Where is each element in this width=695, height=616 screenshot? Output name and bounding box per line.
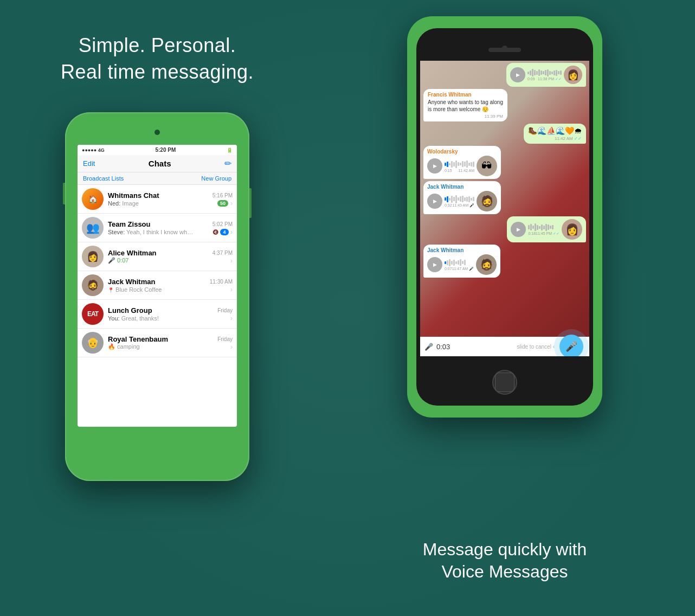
bottom-tagline-line1: Message quickly with: [423, 540, 587, 559]
chat-time: 5:16 PM: [213, 193, 233, 198]
status-bar: ●●●●● 4G 5:20 PM 🔋: [78, 145, 237, 155]
waveform-container: 0:15 11:42 AM: [445, 160, 474, 172]
chats-title: Chats: [149, 159, 171, 168]
play-button[interactable]: ▶: [427, 194, 442, 209]
chat-name: Team Zissou: [108, 220, 151, 228]
list-item[interactable]: EAT Lunch Group Friday You: Great, thank…: [78, 300, 237, 329]
chat-time: 5:02 PM: [213, 221, 233, 227]
chevron-icon: ›: [230, 257, 233, 265]
avatar: 🧔: [82, 274, 104, 296]
phone-right-inner: ▶: [416, 28, 593, 406]
chat-content: Whitmans Chat 5:16 PM Ned: Image 50 ›: [108, 191, 233, 207]
list-item[interactable]: 👥 Team Zissou 5:02 PM Steve: Yeah, I thi…: [78, 214, 237, 242]
new-group-link[interactable]: New Group: [201, 175, 231, 182]
list-item[interactable]: 👴 Royal Tenenbaum Friday 🔥 camping ›: [78, 329, 237, 357]
play-button[interactable]: ▶: [427, 158, 442, 174]
volume-button: [63, 183, 65, 204]
message-time: 11:39 PM: [428, 114, 503, 119]
unread-badge: 50: [217, 200, 228, 207]
play-button[interactable]: ▶: [510, 67, 525, 82]
chat-name: Royal Tenenbaum: [108, 335, 168, 343]
voice-content: ▶: [427, 191, 497, 211]
home-button-inner: [495, 373, 514, 392]
edit-button[interactable]: Edit: [83, 159, 95, 168]
chat-time: Friday: [217, 336, 233, 342]
message-row: Francis Whitman Anyone who wants to tag …: [423, 89, 586, 121]
avatar: 👴: [82, 332, 104, 354]
voice-timestamp: 11:45 PM ✓✓: [536, 232, 559, 236]
play-button[interactable]: ▶: [511, 222, 526, 237]
avatar: EAT: [82, 303, 104, 325]
message-time: 11:42 AM ✓✓: [528, 136, 582, 141]
tagline: Simple. Personal. Real time messaging.: [61, 33, 254, 85]
chevron-icon: ›: [230, 286, 233, 293]
record-button[interactable]: 🎤: [559, 335, 583, 356]
record-button-container[interactable]: 🎤: [558, 333, 585, 356]
chat-name: Whitmans Chat: [108, 191, 159, 200]
voice-time-row: 0:18 11:45 PM ✓✓: [528, 232, 559, 236]
chat-content: Alice Whitman 4:37 PM 🎤 0:07 ›: [108, 249, 233, 265]
chat-name: Lunch Group: [108, 306, 152, 315]
voice-message-outgoing[interactable]: ▶: [506, 63, 586, 87]
phone-left: ●●●●● 4G 5:20 PM 🔋 Edit Chats ✏ Broadcas…: [65, 112, 249, 481]
message-sender: Jack Whitman: [427, 247, 497, 253]
voice-time-row: 0:32 11:43 AM 🎤: [445, 203, 474, 208]
slide-to-cancel: slide to cancel ‹: [517, 344, 555, 350]
emoji-message-outgoing: 🥾🌊⛵🌊🧡🌧 11:42 AM ✓✓: [524, 124, 586, 144]
chats-header: Edit Chats ✏: [78, 155, 237, 172]
message-row: 🥾🌊⛵🌊🧡🌧 11:42 AM ✓✓: [423, 124, 586, 144]
emoji-content: 🥾🌊⛵🌊🧡🌧: [528, 126, 582, 135]
voice-duration: 0:09: [527, 77, 535, 81]
signal-indicator: ●●●●● 4G: [82, 147, 105, 153]
voice-timestamp: 11:42 AM: [458, 169, 474, 172]
avatar: 👩: [562, 219, 582, 240]
chat-content: Lunch Group Friday You: Great, thanks! ›: [108, 306, 233, 322]
play-button[interactable]: ▶: [427, 257, 442, 272]
chat-content: Team Zissou 5:02 PM Steve: Yeah, I think…: [108, 220, 233, 236]
compose-button[interactable]: ✏: [224, 158, 231, 169]
bottom-tagline-line2: Voice Messages: [441, 562, 568, 581]
chat-list: 🏠 Whitmans Chat 5:16 PM Ned: Image 50 ›: [78, 185, 237, 357]
message-sender: Francis Whitman: [428, 92, 503, 98]
chevron-icon: ›: [230, 343, 233, 351]
bottom-tagline: Message quickly with Voice Messages: [423, 538, 587, 583]
avatar: 🏠: [82, 188, 104, 210]
mute-icon: 🔇: [213, 229, 218, 235]
list-item[interactable]: 🏠 Whitmans Chat 5:16 PM Ned: Image 50 ›: [78, 185, 237, 214]
avatar: 👩: [564, 66, 582, 84]
recording-bar: 🎤 0:03 slide to cancel ‹ 🎤: [420, 337, 589, 356]
tagline-line2: Real time messaging.: [61, 61, 254, 83]
voice-duration: 0:32: [445, 203, 452, 208]
list-item[interactable]: 👩 Alice Whitman 4:37 PM 🎤 0:07 ›: [78, 242, 237, 271]
avatar: 👥: [82, 217, 104, 239]
battery-indicator: 🔋: [227, 147, 233, 153]
avatar: 🧔: [477, 191, 497, 211]
broadcast-lists-link[interactable]: Broadcast Lists: [83, 175, 124, 182]
voice-time-row: 0:15 11:42 AM: [445, 169, 474, 172]
home-button[interactable]: [492, 370, 517, 395]
waveform: [445, 160, 474, 169]
clock: 5:20 PM: [155, 147, 176, 153]
voice-message-incoming: Jack Whitman ▶: [423, 181, 501, 214]
list-item[interactable]: 🧔 Jack Whitman 11:30 AM 📍 Blue Rock Coff…: [78, 271, 237, 300]
power-button: [249, 188, 252, 218]
avatar: 👩: [82, 246, 104, 267]
tagline-line1: Simple. Personal.: [79, 34, 236, 56]
voice-duration: 0:18: [528, 232, 536, 236]
mic-icon: 🎤: [424, 343, 433, 351]
message-sender: Wolodarsky: [427, 149, 497, 155]
waveform-container: 0:32 11:43 AM 🎤: [445, 195, 474, 208]
chat-preview: Ned: Image: [108, 200, 139, 207]
chat-preview: Steve: Yeah, I think I know wha...: [108, 229, 195, 235]
chat-background: ▶: [420, 61, 589, 356]
camera-icon: [502, 46, 507, 51]
chat-time: Friday: [217, 307, 233, 313]
chevron-icon: ›: [230, 200, 233, 207]
recording-timer: 0:03: [436, 343, 514, 351]
voice-time-row: 0:07 11:47 AM 🎤: [445, 267, 474, 271]
waveform: [528, 223, 559, 232]
avatar: 🕶: [477, 156, 497, 176]
chat-name: Alice Whitman: [108, 249, 157, 257]
right-panel: ▶: [314, 0, 695, 616]
voice-timestamp: 11:47 AM 🎤: [452, 267, 474, 271]
